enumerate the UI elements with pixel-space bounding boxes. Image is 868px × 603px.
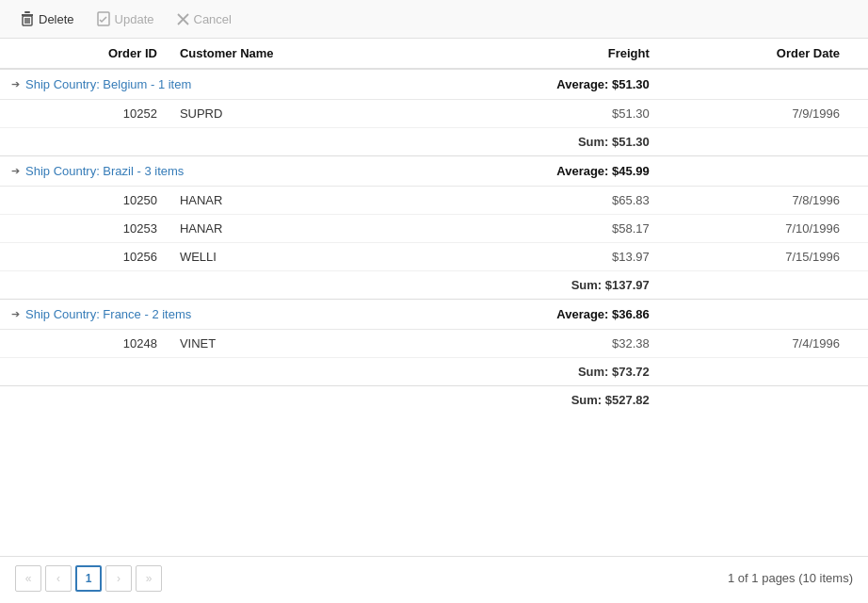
table-row[interactable]: 10253 HANAR $58.17 7/10/1996 <box>0 215 868 243</box>
cell-freight: $51.30 <box>376 100 661 128</box>
cell-customer: VINET <box>169 330 376 358</box>
group-header-cell: ➔ Ship Country: Belgium - 1 item <box>0 69 376 100</box>
pager-last-icon: » <box>146 572 153 585</box>
group-header-cell: ➔ Ship Country: Brazil - 3 items <box>0 156 376 187</box>
group-sum-row: Sum: $51.30 <box>0 128 868 156</box>
pager-page-1-button[interactable]: 1 <box>75 565 102 592</box>
data-grid: Order ID Customer Name Freight Order Dat… <box>0 39 868 414</box>
cancel-icon <box>177 13 189 25</box>
cell-freight: $58.17 <box>376 215 661 243</box>
pager-next-icon: › <box>117 572 121 585</box>
cell-orderdate: 7/15/1996 <box>661 243 868 271</box>
pager: « ‹ 1 › » 1 of 1 pages (10 items) <box>0 556 868 599</box>
pager-current-page: 1 <box>86 572 92 585</box>
group-chevron-icon[interactable]: ➔ <box>11 78 20 90</box>
grid-container: Order ID Customer Name Freight Order Dat… <box>0 39 868 556</box>
update-icon <box>97 11 110 26</box>
group-chevron-icon[interactable]: ➔ <box>11 308 20 320</box>
pager-prev-icon: ‹ <box>56 572 60 585</box>
header-row: Order ID Customer Name Freight Order Dat… <box>0 39 868 69</box>
pager-controls: « ‹ 1 › » <box>15 565 162 592</box>
cell-orderid: 10250 <box>0 187 169 215</box>
cell-orderid: 10248 <box>0 330 169 358</box>
group-average: Average: $45.99 <box>376 156 661 187</box>
delete-button[interactable]: Delete <box>11 8 84 30</box>
delete-label: Delete <box>39 12 74 26</box>
update-label: Update <box>115 12 154 26</box>
table-row[interactable]: 10252 SUPRD $51.30 7/9/1996 <box>0 100 868 128</box>
cell-orderid: 10252 <box>0 100 169 128</box>
toolbar: Delete Update Cancel <box>0 0 868 39</box>
cell-orderdate: 7/4/1996 <box>661 330 868 358</box>
cell-orderid: 10253 <box>0 215 169 243</box>
col-header-customer: Customer Name <box>169 39 376 69</box>
cell-orderid: 10256 <box>0 243 169 271</box>
pager-next-button[interactable]: › <box>105 565 132 592</box>
cell-customer: HANAR <box>169 187 376 215</box>
pager-prev-button[interactable]: ‹ <box>45 565 72 592</box>
group-sum: Sum: $51.30 <box>376 128 661 156</box>
group-sum: Sum: $73.72 <box>376 358 661 386</box>
cancel-button[interactable]: Cancel <box>168 8 241 30</box>
table-row[interactable]: 10248 VINET $32.38 7/4/1996 <box>0 330 868 358</box>
pager-first-button[interactable]: « <box>15 565 41 592</box>
group-sum-row: Sum: $73.72 <box>0 358 868 386</box>
cell-freight: $65.83 <box>376 187 661 215</box>
cell-customer: SUPRD <box>169 100 376 128</box>
group-header-row: ➔ Ship Country: Belgium - 1 item Average… <box>0 69 868 100</box>
cell-customer: WELLI <box>169 243 376 271</box>
group-title: Ship Country: Belgium - 1 item <box>25 77 191 91</box>
cancel-label: Cancel <box>194 12 232 26</box>
cell-orderdate: 7/8/1996 <box>661 187 868 215</box>
update-button[interactable]: Update <box>88 8 164 30</box>
group-header-row: ➔ Ship Country: France - 2 items Average… <box>0 300 868 330</box>
cell-freight: $13.97 <box>376 243 661 271</box>
grid-scroll[interactable]: Order ID Customer Name Freight Order Dat… <box>0 39 868 556</box>
group-average: Average: $36.86 <box>376 300 661 330</box>
cell-orderdate: 7/10/1996 <box>661 215 868 243</box>
col-header-freight: Freight <box>376 39 661 69</box>
pager-info: 1 of 1 pages (10 items) <box>728 571 853 585</box>
group-title: Ship Country: Brazil - 3 items <box>25 164 184 178</box>
group-header-cell: ➔ Ship Country: France - 2 items <box>0 300 376 330</box>
delete-icon <box>21 11 34 26</box>
pager-first-icon: « <box>25 572 32 585</box>
group-average: Average: $51.30 <box>376 69 661 100</box>
group-header-row: ➔ Ship Country: Brazil - 3 items Average… <box>0 156 868 187</box>
table-row[interactable]: 10256 WELLI $13.97 7/15/1996 <box>0 243 868 271</box>
total-sum-row: Sum: $527.82 <box>0 386 868 415</box>
group-title: Ship Country: France - 2 items <box>25 307 191 321</box>
col-header-orderdate: Order Date <box>661 39 868 69</box>
total-sum: Sum: $527.82 <box>376 386 661 415</box>
cell-customer: HANAR <box>169 215 376 243</box>
col-header-orderid: Order ID <box>0 39 169 69</box>
svg-rect-1 <box>24 11 30 13</box>
group-sum: Sum: $137.97 <box>376 271 661 300</box>
cell-freight: $32.38 <box>376 330 661 358</box>
group-chevron-icon[interactable]: ➔ <box>11 165 20 177</box>
cell-orderdate: 7/9/1996 <box>661 100 868 128</box>
pager-last-button[interactable]: » <box>136 565 162 592</box>
group-sum-row: Sum: $137.97 <box>0 271 868 300</box>
table-row[interactable]: 10250 HANAR $65.83 7/8/1996 <box>0 187 868 215</box>
